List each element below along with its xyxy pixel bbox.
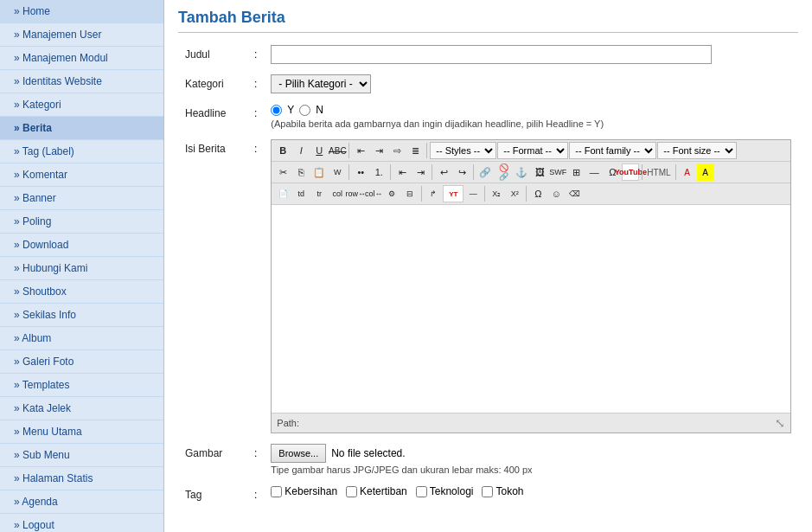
template-button[interactable]: 📄	[274, 185, 291, 202]
copy-button[interactable]: ⎘	[292, 163, 310, 181]
isi-berita-row: Isi Berita : B I U ABC ⇤ ⇥ ⇨ ≣	[178, 134, 798, 439]
isi-berita-label: Isi Berita	[178, 134, 247, 439]
rowspan-button[interactable]: row↔	[347, 185, 364, 202]
sidebar-item-poling[interactable]: » Poling	[0, 210, 163, 234]
anchor-button[interactable]: ⚓	[513, 163, 530, 181]
cut-button[interactable]: ✂	[274, 163, 291, 181]
headline-n-radio[interactable]	[299, 105, 310, 116]
tag-item-ketertiban: Ketertiban	[346, 485, 407, 497]
omega-button[interactable]: Ω	[529, 185, 547, 202]
sidebar-item-berita[interactable]: » Berita	[0, 117, 163, 140]
gambar-cell: Browse... No file selected. Tipe gambar …	[264, 439, 798, 480]
paste-button[interactable]: 📋	[310, 163, 328, 181]
underline-button[interactable]: U	[310, 142, 328, 159]
align-right-button[interactable]: ⇨	[388, 142, 406, 159]
sidebar-item-templates[interactable]: » Templates	[0, 374, 163, 397]
sidebar-item-tag-label[interactable]: » Tag (Label)	[0, 140, 163, 163]
headline-colon: :	[247, 99, 264, 134]
tag-item-teknologi: Teknologi	[416, 485, 474, 497]
td-button[interactable]: td	[292, 185, 310, 202]
table-props-button[interactable]: ⚙	[383, 185, 400, 202]
italic-button[interactable]: I	[292, 142, 310, 159]
sidebar-item-identitas-website[interactable]: » Identitas Website	[0, 70, 163, 93]
smiley-button[interactable]: ☺	[547, 185, 565, 202]
tr-button[interactable]: tr	[310, 185, 328, 202]
hr-button[interactable]: —	[585, 163, 603, 181]
browse-button[interactable]: Browse...	[271, 444, 326, 463]
sidebar-item-galeri-foto[interactable]: » Galeri Foto	[0, 350, 163, 374]
sidebar-item-hubungi-kami[interactable]: » Hubungi Kami	[0, 257, 163, 280]
align-center-button[interactable]: ⇥	[370, 142, 387, 159]
tag-checkbox-ketertiban[interactable]	[346, 486, 357, 497]
tag-checkbox-tokoh[interactable]	[482, 486, 493, 497]
redo-button[interactable]: ↪	[453, 163, 470, 181]
headline-y-radio[interactable]	[271, 105, 282, 116]
sidebar-item-kata-jelek[interactable]: » Kata Jelek	[0, 397, 163, 420]
sidebar-item-kategori[interactable]: » Kategori	[0, 93, 163, 117]
youtube2-button[interactable]: YT	[443, 185, 464, 202]
flash-button[interactable]: SWF	[549, 163, 566, 181]
sidebar-item-logout[interactable]: » Logout	[0, 514, 163, 532]
align-left-button[interactable]: ⇤	[352, 142, 369, 159]
sidebar-item-shoutbox[interactable]: » Shoutbox	[0, 280, 163, 304]
image-button[interactable]: 🖼	[531, 163, 548, 181]
clear-button[interactable]: ⌫	[566, 185, 583, 202]
sidebar-item-album[interactable]: » Album	[0, 327, 163, 350]
undo-button[interactable]: ↩	[435, 163, 452, 181]
bold-button[interactable]: B	[274, 142, 291, 159]
kategori-select[interactable]: - Pilih Kategori -	[271, 74, 371, 93]
hr2-button[interactable]: —	[464, 185, 482, 202]
tag-checkboxes: KebersihanKetertibanTeknologiTokoh	[271, 485, 791, 497]
sidebar-item-agenda[interactable]: » Agenda	[0, 490, 163, 514]
table2-button[interactable]: ⊟	[401, 185, 419, 202]
link-button[interactable]: 🔗	[476, 163, 494, 181]
tag-checkbox-kebersihan[interactable]	[271, 486, 282, 497]
sidebar-item-manajemen-modul[interactable]: » Manajemen Modul	[0, 47, 163, 70]
no-file-label: No file selected.	[331, 447, 405, 459]
resize-handle[interactable]: ⤡	[775, 416, 785, 430]
increase-indent-button[interactable]: ⇥	[412, 163, 429, 181]
sidebar-item-manajemen-user[interactable]: » Manajemen User	[0, 23, 163, 47]
judul-label: Judul	[178, 40, 247, 69]
colspan-button[interactable]: col↔	[365, 185, 382, 202]
format-select[interactable]: -- Format --	[497, 142, 568, 159]
font-size-select[interactable]: -- Font size --	[657, 142, 737, 159]
sidebar-item-banner[interactable]: » Banner	[0, 187, 163, 210]
text-color-button[interactable]: A	[679, 163, 696, 181]
kategori-cell: - Pilih Kategori -	[264, 69, 798, 99]
paste-word-button[interactable]: W	[329, 163, 346, 181]
sidebar-item-menu-utama[interactable]: » Menu Utama	[0, 420, 163, 444]
sidebar-item-komentar[interactable]: » Komentar	[0, 163, 163, 187]
decrease-indent-button[interactable]: ⇤	[393, 163, 411, 181]
sidebar-item-sekilas-info[interactable]: » Sekilas Info	[0, 304, 163, 327]
tag-checkbox-teknologi[interactable]	[416, 486, 427, 497]
tag-cell: KebersihanKetertibanTeknologiTokoh	[264, 480, 798, 506]
bullet-list-button[interactable]: ••	[352, 163, 369, 181]
num-list-button[interactable]: 1.	[370, 163, 387, 181]
superscript-button[interactable]: X²	[506, 185, 523, 202]
styles-select[interactable]: -- Styles --	[430, 142, 496, 159]
bg-color-button[interactable]: A	[697, 163, 714, 181]
insert-button[interactable]: ↱	[425, 185, 442, 202]
toolbar-row-2: ✂ ⎘ 📋 W •• 1. ⇤ ⇥ ↩ ↪ 🔗	[272, 162, 790, 183]
youtube-button[interactable]: YouTube	[622, 163, 639, 181]
sidebar-item-sub-menu[interactable]: » Sub Menu	[0, 444, 163, 467]
sep1	[348, 143, 349, 158]
sidebar-item-home[interactable]: » Home	[0, 0, 163, 23]
font-family-select[interactable]: -- Font family --	[569, 142, 656, 159]
sidebar-item-download[interactable]: » Download	[0, 234, 163, 257]
editor-area[interactable]	[272, 205, 790, 413]
toolbar-row-1: B I U ABC ⇤ ⇥ ⇨ ≣ -- Styles --	[272, 140, 790, 162]
sidebar-item-halaman-statis[interactable]: » Halaman Statis	[0, 467, 163, 490]
main-content: Tambah Berita Judul : Kategori : - Pilih…	[164, 0, 812, 532]
gambar-label: Gambar	[178, 439, 247, 480]
col-button[interactable]: col	[329, 185, 346, 202]
unlink-button[interactable]: 🚫🔗	[495, 163, 512, 181]
table-button[interactable]: ⊞	[567, 163, 585, 181]
subscript-button[interactable]: X₂	[488, 185, 505, 202]
page-title: Tambah Berita	[178, 9, 798, 33]
judul-input[interactable]	[271, 45, 712, 64]
align-justify-button[interactable]: ≣	[406, 142, 424, 159]
kategori-label: Kategori	[178, 69, 247, 99]
strikethrough-button[interactable]: ABC	[329, 142, 346, 159]
